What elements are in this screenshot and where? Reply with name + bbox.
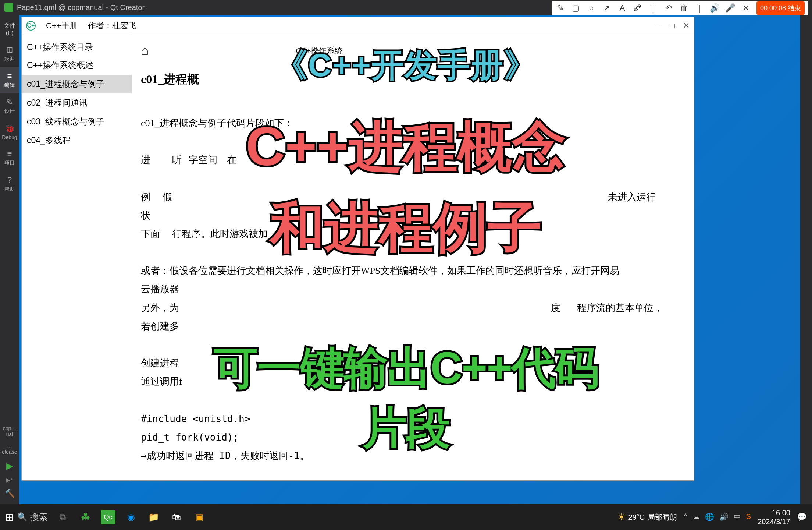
pencil-icon[interactable]: ✎: [556, 3, 565, 13]
code-line: pid_t fork(void);: [141, 429, 685, 445]
store-icon[interactable]: 🛍: [169, 510, 184, 524]
weather-widget[interactable]: ☀ 29°C 局部晴朗: [617, 512, 677, 523]
system-tray: ^ ☁ 🌐 🔊 中 S: [684, 512, 751, 522]
date-label: 2024/3/17: [758, 517, 790, 526]
design-icon: ✎: [1, 98, 18, 107]
build-button[interactable]: 🔨: [0, 486, 19, 501]
home-icon[interactable]: ⌂: [141, 39, 149, 62]
content-para: 状: [141, 208, 685, 224]
content-para: 或者：假设各位需要进行文档相关操作，这时应打开WPS文档编辑软件，如果工作的同时…: [141, 263, 685, 279]
tray-chevron-icon[interactable]: ^: [684, 512, 687, 522]
volume-icon[interactable]: 🔊: [710, 3, 720, 13]
run-debug-button[interactable]: ▶⁺: [0, 474, 19, 486]
file-menu[interactable]: 文件(F): [0, 18, 19, 41]
toc-item-c02[interactable]: c02_进程间通讯: [22, 93, 132, 112]
toc-item-overview[interactable]: C++操作系统概述: [22, 56, 132, 75]
sidebar-label: 项目: [4, 160, 15, 166]
project-label[interactable]: cpp…ual: [0, 423, 19, 440]
sidebar-label: 欢迎: [4, 56, 15, 62]
qtcreator-right-panel: [800, 15, 812, 504]
grid-icon: ⊞: [1, 45, 18, 55]
toc-header: C++操作系统目录: [22, 39, 132, 56]
record-timer[interactable]: 00:00:08 结束: [756, 1, 805, 15]
config-label[interactable]: …elease: [0, 440, 19, 458]
qtcreator-sidebar-bottom: cpp…ual …elease ▶ ▶⁺ 🔨: [0, 420, 19, 504]
sidebar-label: 帮助: [4, 186, 15, 192]
search-icon[interactable]: 🔍: [17, 512, 27, 522]
undo-icon[interactable]: ↶: [664, 3, 673, 13]
toc-sidebar: C++操作系统目录 C++操作系统概述 c01_进程概念与例子 c02_进程间通…: [22, 34, 132, 480]
minimize-button[interactable]: —: [654, 21, 662, 31]
search-label[interactable]: 搜索: [30, 511, 48, 523]
taskview-icon[interactable]: ⧉: [55, 510, 70, 524]
sidebar-item-help[interactable]: ? 帮助: [0, 171, 19, 197]
text-icon[interactable]: A: [617, 3, 627, 13]
content-para: 若创建多: [141, 318, 685, 335]
content-para: 云播放器: [141, 281, 685, 297]
sidebar-item-projects[interactable]: ≡ 项目: [0, 145, 19, 171]
sidebar-item-edit[interactable]: ≡ 编辑: [0, 67, 19, 93]
sidebar-item-debug[interactable]: 🐞 Debug: [0, 119, 19, 145]
tray-sogou-icon[interactable]: S: [746, 512, 751, 522]
app-titlebar: C+ C++手册 作者：杜宏飞 — □ ✕: [22, 17, 694, 34]
breadcrumb: C++操作系统: [296, 44, 343, 57]
run-button[interactable]: ▶: [0, 458, 19, 474]
help-icon: ?: [1, 175, 18, 185]
close-button[interactable]: ✕: [683, 21, 690, 31]
content-para: 另外，为 度 程序流的基本单位，: [141, 300, 685, 316]
divider: |: [695, 3, 704, 13]
app-icon: C+: [26, 21, 36, 31]
tray-ime-icon[interactable]: 中: [734, 512, 741, 522]
edge-icon[interactable]: ◉: [124, 510, 138, 524]
trash-icon[interactable]: 🗑: [679, 3, 689, 13]
vmware-icon[interactable]: ▣: [192, 510, 207, 524]
content-para: 通过调用f: [141, 374, 685, 390]
clover-icon[interactable]: ☘: [78, 510, 93, 524]
square-icon[interactable]: ▢: [571, 3, 581, 13]
edit-icon: ≡: [1, 71, 18, 81]
toc-item-c01[interactable]: c01_进程概念与例子: [22, 75, 132, 93]
app-body: C++操作系统目录 C++操作系统概述 c01_进程概念与例子 c02_进程间通…: [22, 34, 694, 480]
highlighter-icon[interactable]: 🖉: [633, 3, 642, 13]
start-button[interactable]: ⊞: [5, 511, 14, 523]
app-author: 作者：杜宏飞: [88, 20, 136, 31]
code-line: #include <unistd.h>: [141, 411, 685, 427]
sidebar-item-welcome[interactable]: ⊞ 欢迎: [0, 41, 19, 67]
content-para: 例 假 未进入运行: [141, 189, 685, 205]
content-para: 下面 行程序。此时游戏被加: [141, 226, 685, 242]
weather-desc: 局部晴朗: [648, 512, 677, 522]
clock[interactable]: 16:00 2024/3/17: [758, 508, 790, 526]
taskbar-right: ☀ 29°C 局部晴朗 ^ ☁ 🌐 🔊 中 S 16:00 2024/3/17 …: [617, 508, 807, 526]
arrow-icon[interactable]: ➚: [602, 3, 612, 13]
qtcreator-icon: [4, 3, 13, 12]
app-title: C++手册: [46, 20, 78, 31]
sidebar-label: Debug: [2, 134, 17, 140]
divider: |: [648, 3, 658, 13]
sidebar-label: 设计: [4, 108, 15, 114]
recorder-toolbar: ✎ ▢ ○ ➚ A 🖉 | ↶ 🗑 | 🔊 🎤 ✕ 00:00:08 结束: [552, 1, 808, 15]
sidebar-item-design[interactable]: ✎ 设计: [0, 93, 19, 119]
toc-item-c04[interactable]: c04_多线程: [22, 131, 132, 150]
content-para: 创建进程: [141, 355, 685, 371]
projects-icon: ≡: [1, 149, 18, 159]
tray-network-icon[interactable]: 🌐: [705, 512, 714, 522]
content-line: c01_进程概念与例子代码片段如下：: [141, 115, 685, 131]
close-icon[interactable]: ✕: [741, 3, 751, 13]
sun-icon: ☀: [617, 512, 626, 523]
maximize-button[interactable]: □: [670, 21, 675, 31]
time-label: 16:00: [758, 508, 790, 517]
notifications-icon[interactable]: 💬: [797, 512, 807, 522]
qtcreator-taskbar-icon[interactable]: Qc: [101, 510, 115, 524]
explorer-icon[interactable]: 📁: [146, 510, 161, 524]
toc-item-c03[interactable]: c03_线程概念与例子: [22, 112, 132, 131]
taskbar: ⊞ 🔍 搜索 ⧉ ☘ Qc ◉ 📁 🛍 ▣ ☀ 29°C 局部晴朗 ^ ☁ 🌐 …: [0, 504, 812, 530]
app-window: C+ C++手册 作者：杜宏飞 — □ ✕ C++操作系统目录 C++操作系统概…: [21, 17, 694, 481]
circle-icon[interactable]: ○: [587, 3, 596, 13]
debug-icon: 🐞: [1, 124, 18, 133]
tray-volume-icon[interactable]: 🔊: [719, 512, 729, 522]
content-para: 进 听 字空间 在: [141, 152, 685, 168]
tray-cloud-icon[interactable]: ☁: [692, 512, 700, 522]
weather-temp: 29°C: [628, 513, 645, 522]
content-title: c01_进程概: [141, 69, 685, 89]
mic-icon[interactable]: 🎤: [726, 3, 735, 13]
